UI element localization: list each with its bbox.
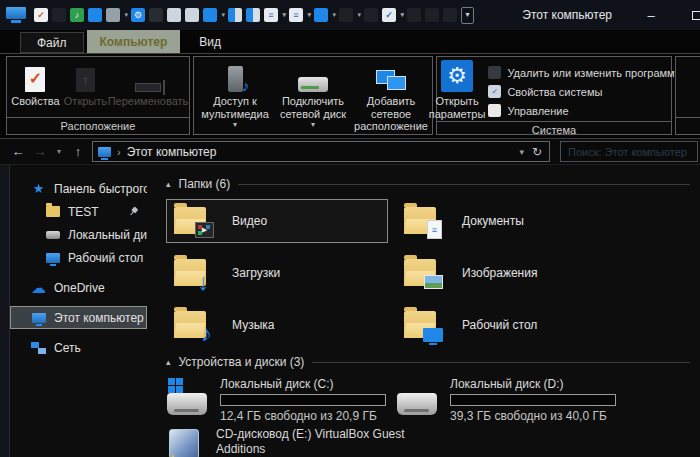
sidebar-item-label: TEST [68,205,99,219]
video-folder-icon: ▶ [174,204,214,238]
address-bar[interactable]: › Этот компьютер ▾ ↻ [92,141,550,162]
qat-settings-icon[interactable]: ⚙ [131,8,145,22]
drive-name: Локальный диск (D:) [450,377,616,391]
system-properties-button[interactable]: ✓ Свойства системы [488,83,680,100]
uninstall-program-button[interactable]: Удалить или изменить программу [488,64,680,81]
section-divider [312,362,690,363]
quick-access-toolbar: ✓ ♪ ⚙ ≡ ≡ ✓ ▾ [34,7,474,24]
sidebar-item-onedrive[interactable]: ☁ OneDrive [10,276,148,299]
qat-customize-toolbar-icon[interactable]: ▾ [461,7,474,24]
group-label-location: Расположение [7,117,189,134]
folder-label: Документы [462,214,524,228]
qat-computer-icon[interactable] [88,8,102,22]
folder-item-documents[interactable]: ≡ Документы [396,199,618,243]
onedrive-cloud-icon: ☁ [31,279,46,297]
tab-view[interactable]: Вид [183,30,237,53]
sidebar-item-this-pc[interactable]: Этот компьютер [10,306,147,329]
folders-section-header[interactable]: ▴ Папки (6) [166,177,690,191]
manage-button[interactable]: Управление [488,102,680,119]
folder-item-music[interactable]: ♪ Музыка [166,303,388,347]
open-settings-button[interactable]: ⚙ Открыть параметры [428,61,487,121]
folder-label: Рабочий стол [462,318,537,332]
ribbon-tab-bar: Файл Компьютер Вид [0,30,700,54]
media-access-button[interactable]: ♪ Доступ к мультимедиа ▾ [197,61,273,130]
sidebar-item-quick-access[interactable]: ★ Панель быстрого дс [10,177,148,200]
qat-remove-item-icon[interactable] [425,8,439,22]
map-network-drive-button[interactable]: Подключить сетевой диск ▾ [275,61,351,130]
up-button[interactable]: ↑ [70,144,86,159]
cdrom-name: CD-дисковод (E:) VirtualBox Guest Additi… [216,427,441,457]
qat-open-icon[interactable] [52,8,66,22]
folders-section-title: Папки (6) [179,177,231,191]
search-box [560,141,698,162]
minimize-button[interactable]: – [628,0,674,30]
recent-locations-dropdown-icon[interactable]: ▾ [54,147,64,156]
qat-group-by-icon[interactable] [339,8,353,22]
drive-item-d[interactable]: Локальный диск (D:) 39,3 ГБ свободно из … [396,377,626,423]
tab-computer[interactable]: Компьютер [87,30,181,53]
qat-icon-view-icon[interactable]: ≡ [264,8,278,22]
qat-system-properties-icon[interactable] [167,8,181,22]
ribbon-group-system: ⚙ Открыть параметры Удалить или изменить… [436,56,672,135]
system-properties-label: Свойства системы [507,86,602,98]
properties-button[interactable]: ✓ Свойства [10,61,61,109]
sidebar-item-label: Этот компьютер [54,311,144,325]
title-bar: ✓ ♪ ⚙ ≡ ≡ ✓ ▾ Этот компьютер – [0,0,700,30]
sidebar-item-desktop[interactable]: Рабочий стол [10,246,148,269]
media-access-icon: ♪ [228,66,243,92]
folder-item-downloads[interactable]: ↓ Загрузки [166,251,388,295]
devices-section-header[interactable]: ▴ Устройства и диски (3) [166,355,690,369]
drive-name: Локальный диск (C:) [220,377,386,391]
ribbon: ✓ Свойства ↑ Открыть Переименовать Распо… [0,54,700,139]
sidebar-item-label: Сеть [54,341,81,355]
sidebar-item-local-disk-d[interactable]: Локальный диск (D [10,223,148,246]
breadcrumb[interactable]: Этот компьютер [127,145,514,159]
star-badge-icon: ★ [165,452,180,457]
qat-options-icon[interactable] [443,8,457,22]
qat-manage-icon[interactable] [185,8,199,22]
drive-item-c[interactable]: Локальный диск (C:) 12,4 ГБ свободно из … [166,377,396,423]
qat-preview-pane-icon[interactable] [228,8,242,22]
qat-map-network-drive-icon[interactable] [106,8,120,22]
address-dropdown-icon[interactable]: ▾ [519,147,524,157]
sidebar-item-test[interactable]: TEST [10,200,148,223]
folder-item-video[interactable]: ▶ Видео [166,199,388,243]
maximize-button[interactable] [674,0,700,30]
drives-grid: Локальный диск (C:) 12,4 ГБ свободно из … [166,377,700,423]
sidebar-item-label: Локальный диск (D [68,228,148,242]
qat-details-pane-icon[interactable] [246,8,260,22]
cdrom-item[interactable]: ★ CD-дисковод (E:) VirtualBox Guest Addi… [166,427,700,457]
qat-list-view-icon[interactable]: ≡ [289,8,303,22]
add-network-location-button[interactable]: Добавить сетевое расположение [353,61,429,134]
this-pc-icon [31,313,46,323]
qat-hide-items-icon[interactable] [407,8,421,22]
chevron-down-icon: ▾ [233,120,237,129]
qat-properties-icon[interactable]: ✓ [34,8,48,22]
folder-item-pictures[interactable]: Изображения [396,251,618,295]
refresh-icon[interactable]: ↻ [532,145,542,159]
chevron-down-icon: ▾ [311,120,315,129]
this-pc-icon [98,147,111,157]
drive-icon [45,231,60,239]
manage-label: Управление [507,105,568,117]
qat-item-checkboxes-icon[interactable]: ✓ [382,8,396,22]
back-button[interactable]: ← [10,144,26,159]
qat-media-access-icon[interactable]: ♪ [70,8,84,22]
breadcrumb-arrow-icon[interactable]: › [117,146,121,158]
qat-size-columns-icon[interactable] [364,8,378,22]
qat-navigation-pane-icon[interactable] [203,8,217,22]
folder-item-desktop[interactable]: Рабочий стол [396,303,618,347]
sidebar-item-network[interactable]: Сеть [10,336,148,359]
qat-columns-icon[interactable] [314,8,328,22]
qat-uninstall-icon[interactable] [149,8,163,22]
collapse-caret-icon[interactable]: ▴ [166,179,171,189]
system-properties-icon: ✓ [488,85,501,98]
sidebar-item-label: Панель быстрого дс [54,182,148,196]
forward-button[interactable]: → [32,144,48,159]
search-input[interactable] [561,142,697,161]
open-button[interactable]: ↑ Открыть [63,61,108,109]
explorer-system-icon[interactable] [6,7,26,23]
collapse-caret-icon[interactable]: ▴ [166,357,171,367]
rename-button[interactable]: Переименовать [110,61,186,109]
tab-file[interactable]: Файл [20,32,84,53]
